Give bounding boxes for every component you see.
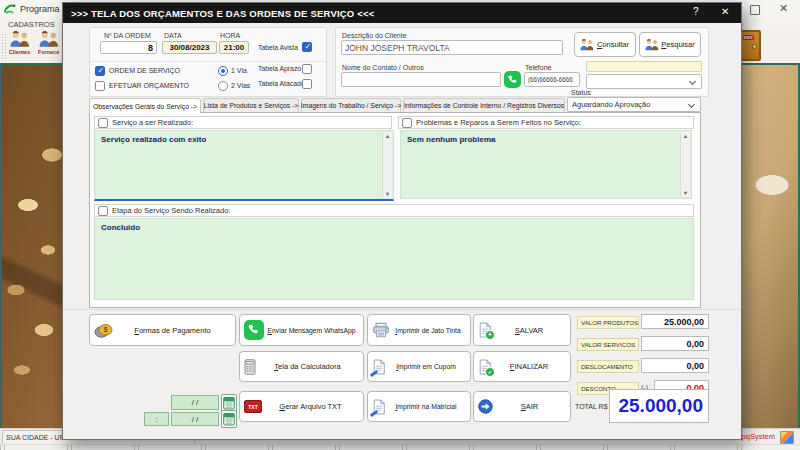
ordem-servico-label: ORDEM DE SERVIÇO [109, 67, 180, 74]
gerar-txt-button[interactable]: TXT Gerar Arquivo TXT [239, 391, 364, 422]
tabela-atacado-checkbox[interactable] [302, 79, 312, 89]
time-field[interactable] [219, 41, 249, 54]
restore-icon[interactable] [750, 5, 760, 15]
toolbar-button-fornecedores[interactable]: Fornece [35, 31, 62, 62]
salvar-button[interactable]: SALVAR [473, 314, 571, 346]
statusbar-panel-dividers [0, 444, 800, 450]
problemas-text: Sem nenhum problema [407, 135, 495, 144]
status-dropdown[interactable]: Aguardando Aprovação [567, 97, 701, 112]
salvar-label: SALVAR [492, 326, 566, 335]
clientes-people-icon [8, 31, 32, 48]
formas-label: Formas de Pagamento [114, 326, 231, 335]
ordem-servico-checkbox[interactable] [95, 66, 105, 76]
extra-dropdown[interactable] [586, 74, 702, 89]
servico-text: Serviço realizado com exito [101, 135, 206, 144]
menu-cadastros[interactable]: CADASTROS [8, 20, 55, 29]
scroll-down-icon[interactable]: ▼ [385, 191, 390, 197]
servico-textarea[interactable]: Serviço realizado com exito ▲ ▼ [94, 130, 394, 201]
date1-field[interactable]: / / [171, 395, 219, 410]
extra-field[interactable] [586, 61, 702, 72]
valor-servicos-label: VALOR SERVICOS [577, 338, 639, 351]
exit-arrow-icon [478, 399, 493, 414]
tab-controle-interno[interactable]: Informações de Controle Interno / Regist… [403, 98, 565, 112]
etapa-section-header: Etapa do Serviço Sendo Realizado: [94, 204, 694, 217]
problemas-label: Problemas e Reparos a Serem Feitos no Se… [416, 118, 581, 127]
imprimir-jato-label: Imprimir de Jato Tinta [390, 327, 466, 334]
total-label: TOTAL R$ [575, 403, 608, 410]
via1-label: 1 Via [231, 67, 247, 74]
efetuar-orcamento-label: EFETUAR ORÇAMENTO [109, 82, 189, 89]
enviar-whatsapp-button[interactable]: Enviar Mensagem WhatsApp [239, 314, 364, 346]
tabela-aprazo-checkbox[interactable] [302, 64, 312, 74]
imprimir-matricial-button[interactable]: Imprimir na Matricial [367, 391, 471, 422]
calendar-icon[interactable] [221, 410, 237, 428]
problemas-section-header: Problemas e Reparos a Serem Feitos no Se… [398, 116, 694, 129]
document-plus-icon [478, 322, 492, 338]
etapa-text: Concluido [101, 223, 140, 232]
etapa-label: Etapa do Serviço Sendo Realizado: [112, 206, 230, 215]
imprimir-matricial-label: Imprimir na Matricial [386, 403, 466, 410]
etapa-checkbox[interactable] [98, 206, 108, 216]
consultar-label: Consultar [595, 40, 631, 49]
imprimir-jato-button[interactable]: Imprimir de Jato Tinta [367, 314, 471, 346]
order-number-field[interactable] [100, 41, 157, 54]
finalizar-button[interactable]: FINALIZAR [473, 351, 571, 382]
problemas-checkbox[interactable] [402, 118, 412, 128]
client-field[interactable] [341, 40, 563, 55]
tabela-avista-checkbox[interactable] [302, 42, 312, 52]
sair-button[interactable]: SAIR [473, 391, 571, 422]
main-close-icon[interactable]: ✕ [779, 2, 788, 15]
formas-pagamento-button[interactable]: Formas de Pagamento [89, 314, 236, 346]
exit-door-icon[interactable]: EXIT [739, 30, 761, 61]
imprimir-cupom-button[interactable]: Imprimir em Cupom [367, 351, 471, 382]
help-icon[interactable]: ? [693, 6, 699, 17]
phone-field[interactable] [524, 72, 580, 87]
exit-badge: EXIT [743, 35, 754, 40]
people-icon [644, 39, 660, 51]
consultar-button[interactable]: Consultar [574, 32, 636, 57]
screen: Programa Mar ✕ CADASTROS AG Clientes For… [0, 0, 800, 450]
problemas-textarea[interactable]: Sem nenhum problema ▲ ▼ [400, 130, 692, 199]
pesquisar-label: Pesquisar [660, 40, 696, 49]
valor-servicos-value: 0,00 [641, 336, 709, 351]
calculator-icon [244, 359, 256, 375]
calculadora-button[interactable]: Tela da Calculadora [239, 351, 364, 382]
toolbar-label: Clientes [9, 49, 30, 55]
document-pencil-icon [372, 399, 386, 415]
pesquisar-button[interactable]: Pesquisar [639, 32, 701, 57]
scroll-up-icon[interactable]: ▲ [683, 133, 688, 139]
order-header-panel: Nº DA ORDEM DATA HORA Tabela Avista ORDE… [89, 27, 327, 97]
contact-field[interactable] [341, 72, 501, 87]
via1-radio[interactable] [218, 66, 228, 76]
efetuar-orcamento-checkbox[interactable] [95, 81, 105, 91]
scrollbar[interactable]: ▲ ▼ [382, 132, 392, 198]
tab-observacoes[interactable]: Observações Gerais do Serviço -> [89, 98, 201, 113]
scroll-up-icon[interactable]: ▲ [385, 133, 390, 139]
tabela-atacado-label: Tabela Atacado [258, 80, 304, 87]
fornecedores-people-icon [37, 31, 61, 48]
scrollbar[interactable]: ▲ ▼ [680, 132, 690, 197]
whatsapp-label: Enviar Mensagem WhatsApp [264, 327, 359, 334]
servico-checkbox[interactable] [98, 118, 108, 128]
toolbar-button-clientes[interactable]: Clientes [6, 31, 33, 62]
etapa-textarea[interactable]: Concluido [94, 218, 694, 300]
time2-field[interactable]: : [144, 412, 169, 426]
scroll-down-icon[interactable]: ▼ [683, 190, 688, 196]
tab-produtos[interactable]: Lista de Produtos e Serviços -> [203, 98, 299, 112]
dialog-titlebar[interactable]: >>> TELA DOS ORÇAMENTOS E DAS ORDENS DE … [63, 3, 741, 23]
via2-radio[interactable] [218, 81, 228, 91]
client-label: Descrição do Cliente [342, 32, 407, 39]
service-order-dialog: >>> TELA DOS ORÇAMENTOS E DAS ORDENS DE … [62, 2, 742, 440]
client-header-panel: Descrição do Cliente Consultar Pesquisar… [335, 27, 709, 97]
status-label: Status [571, 89, 591, 96]
document-check-icon [478, 359, 492, 375]
date-field[interactable] [162, 41, 217, 54]
date2-field[interactable]: / / [171, 412, 219, 426]
dialog-title: >>> TELA DOS ORÇAMENTOS E DAS ORDENS DE … [71, 8, 375, 19]
tab-imagens[interactable]: Imagens do Trabalho / Serviço -> [301, 98, 401, 112]
close-icon[interactable]: ✕ [721, 6, 729, 17]
whatsapp-icon[interactable] [504, 71, 521, 88]
status-value: Aguardando Aprovação [572, 100, 650, 109]
phone-label: Telefone [525, 64, 551, 71]
total-value: 25.000,00 [609, 389, 709, 423]
